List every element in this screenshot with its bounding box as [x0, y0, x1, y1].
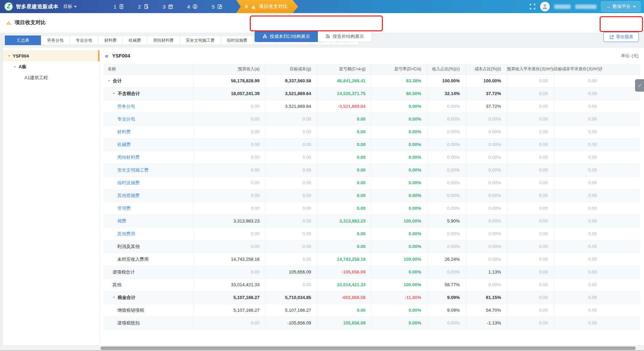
table-row: 管理费0.000.000.000.00%0.00%0.00%0.000.00: [104, 202, 640, 215]
value-cell: -105,656.09: [265, 317, 317, 329]
row-name-link[interactable]: 规费: [117, 218, 126, 224]
toggle-label: 按造价结构展示: [333, 33, 364, 40]
chevron-down-icon: [633, 6, 636, 8]
value-cell: 0.00%: [371, 266, 427, 278]
row-expand-caret-icon[interactable]: [113, 93, 115, 94]
value-cell: 0.00: [193, 113, 265, 125]
value-cell: 0.00: [265, 176, 317, 189]
row-name-link[interactable]: 其他费用: [117, 231, 135, 237]
row-expand-caret-icon[interactable]: [108, 80, 110, 82]
export-label: 导出报表: [616, 34, 633, 40]
unit-label: 单位: (元): [621, 53, 638, 59]
table-row: 其他措施费0.000.000.000.00%0.00%0.00%0.000.00: [104, 189, 640, 202]
row-name-cell: 进项税抵扣: [104, 317, 193, 329]
value-cell: 0.00: [193, 266, 265, 278]
value-cell: 0.00%: [371, 151, 427, 164]
row-name-cell: 其他措施费: [104, 189, 193, 202]
value-cell: 0.00: [265, 138, 317, 151]
nav-step[interactable]: 3: [163, 4, 173, 10]
value-cell: 0.00%: [427, 151, 465, 164]
value-cell: 0.00%: [465, 240, 507, 253]
tree-item[interactable]: YSF004: [3, 50, 99, 61]
view-toggle-button[interactable]: 按成本归口结构展示: [255, 31, 318, 42]
value-cell: 0.00: [193, 189, 265, 202]
row-name-link[interactable]: 其他措施费: [117, 193, 140, 199]
nav-step[interactable]: 5: [212, 4, 222, 10]
tab-item[interactable]: 汇总表: [5, 35, 41, 45]
row-expand-caret-icon[interactable]: [113, 297, 115, 298]
row-name-text: 未对应收入费用: [117, 256, 149, 262]
value-cell: 0.00: [554, 266, 602, 278]
column-header: 预算收入平米造价(元/m²)(b): [507, 64, 554, 74]
value-cell: 0.00%: [371, 227, 427, 240]
tab-item[interactable]: 周转材料费: [147, 35, 180, 45]
nav-step[interactable]: 2: [138, 4, 149, 10]
view-toggle-button[interactable]: 按造价结构展示: [318, 31, 372, 42]
scrollbar-thumb[interactable]: [100, 347, 636, 350]
mode-dropdown[interactable]: 目标: [63, 3, 77, 10]
column-header-filler: [602, 64, 640, 74]
value-cell: 9.09%: [427, 304, 465, 317]
value-cell: 0.00: [554, 227, 602, 240]
value-cell: 0.00: [317, 151, 371, 164]
tree-item[interactable]: A1建筑工程: [3, 72, 99, 83]
row-name-link[interactable]: 管理费: [117, 205, 131, 211]
nav-step[interactable]: 4: [187, 4, 198, 10]
column-header-name: 名称: [104, 64, 193, 74]
fullscreen-icon[interactable]: [529, 3, 536, 10]
table-row: 进项税合计0.00105,656.09-105,656.090.00%0.00%…: [104, 266, 640, 278]
data-platform-button[interactable]: → 数据平台: [601, 1, 641, 12]
value-cell: 100.00%: [427, 74, 465, 87]
row-name-link[interactable]: 临时设施费: [117, 180, 140, 186]
row-name-link[interactable]: 材料费: [117, 129, 131, 135]
toggle-icon: [262, 34, 267, 40]
column-header: 收入占比(%)(c): [427, 64, 465, 74]
tree-item[interactable]: A栋: [3, 61, 99, 72]
value-cell: 0.00: [317, 138, 371, 151]
tab-item[interactable]: 安全文明施工费: [180, 35, 221, 45]
view-toggle-group: 按成本归口结构展示 按造价结构展示: [255, 31, 372, 42]
value-cell: 0.00%: [371, 164, 427, 176]
value-cell: 0.00: [317, 113, 371, 125]
export-report-button[interactable]: 导出报表: [603, 32, 639, 42]
table-row: 规费3,313,983.230.003,313,983.23100.00%5.9…: [104, 215, 640, 227]
value-cell: 5,107,166.27: [193, 291, 265, 304]
bar-chart-icon: [6, 20, 12, 25]
tab-item[interactable]: 临时设施费: [221, 35, 254, 45]
value-cell: 0.00: [193, 317, 265, 329]
value-cell: 0.00: [554, 74, 602, 87]
window-gutter: [0, 33, 3, 351]
column-settings-tab[interactable]: [635, 79, 644, 92]
table-row: 其他费用0.000.000.000.00%0.00%0.00%0.000.00: [104, 227, 640, 240]
row-name-link[interactable]: 周转材料费: [117, 154, 140, 161]
step-icon: [119, 4, 124, 9]
table-row: 劳务分包0.003,521,869.64-3,521,869.640.00%0.…: [104, 100, 640, 113]
value-cell: 0.00: [317, 304, 371, 317]
value-cell: 33,014,421.33: [317, 278, 371, 291]
row-name-link[interactable]: 安全文明施工费: [117, 167, 149, 173]
value-cell: 0.00%: [465, 202, 507, 215]
column-header: 盈亏率(D=C/a): [371, 64, 427, 74]
nav-step[interactable]: 1: [114, 4, 124, 10]
horizontal-scrollbar[interactable]: [0, 345, 644, 350]
tab-item[interactable]: 专业分包: [69, 35, 98, 45]
value-cell: 3,313,983.23: [193, 215, 265, 227]
platform-label: 数据平台: [613, 3, 631, 10]
value-cell: 0.00%: [371, 113, 427, 125]
row-name-link[interactable]: 劳务分包: [117, 103, 135, 110]
tab-item[interactable]: 机械费: [122, 35, 147, 45]
tree-caret-icon: [8, 55, 10, 56]
row-name-link[interactable]: 机械费: [117, 142, 131, 148]
collapse-panel-icon[interactable]: «: [105, 53, 108, 59]
row-name-link[interactable]: 专业分包: [117, 116, 135, 122]
step-number: 1: [114, 4, 116, 10]
filler-cell: [602, 202, 640, 215]
filler-cell: [602, 164, 640, 176]
nav-step-active[interactable]: 6 项目收支对比: [236, 0, 298, 13]
tab-item[interactable]: 材料费: [98, 35, 123, 45]
table-row: 机械费0.000.000.000.00%0.00%0.00%0.000.00: [104, 138, 640, 151]
tab-item[interactable]: 劳务分包: [41, 35, 70, 45]
value-cell: 0.00: [265, 253, 317, 266]
step-number: 3: [163, 4, 165, 10]
avatar[interactable]: [540, 2, 550, 11]
